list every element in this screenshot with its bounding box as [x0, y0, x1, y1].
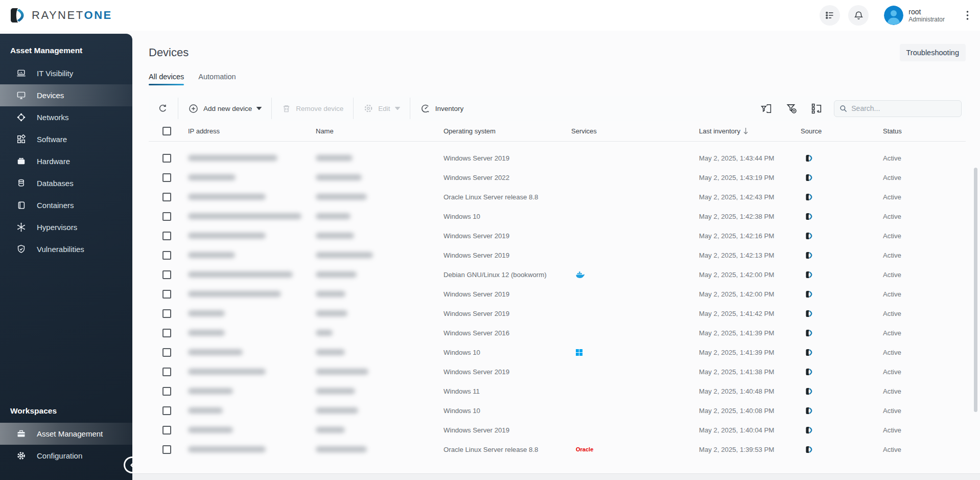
horizontal-scrollbar-track[interactable] — [132, 473, 980, 480]
add-new-device-button[interactable]: Add new device — [188, 103, 262, 114]
column-header-name[interactable]: Name — [316, 127, 444, 135]
row-checkbox[interactable] — [162, 251, 171, 260]
export-filtered-button[interactable] — [760, 103, 772, 115]
tab-all-devices[interactable]: All devices — [149, 73, 184, 85]
table-row[interactable]: Windows Server 2019 May 2, 2025, 1:42:16… — [149, 226, 966, 245]
table-row[interactable]: Debian GNU/Linux 12 (bookworm) May 2, 20… — [149, 265, 966, 284]
last-inventory-cell: May 2, 2025, 1:40:48 PM — [699, 387, 801, 395]
status-cell: Active — [878, 387, 966, 395]
row-checkbox[interactable] — [162, 154, 171, 163]
sidebar-item-networks[interactable]: Networks — [0, 106, 132, 128]
source-raynet-icon — [801, 426, 878, 435]
select-all-checkbox[interactable] — [162, 127, 171, 135]
redacted-ip-address — [188, 407, 223, 414]
row-checkbox[interactable] — [162, 406, 171, 415]
redacted-name — [316, 233, 354, 239]
table-row[interactable]: Windows Server 2019 May 2, 2025, 1:41:38… — [149, 362, 966, 381]
operating-system-cell: Windows Server 2019 — [444, 310, 571, 317]
redacted-ip-address — [188, 174, 236, 180]
inventory-button[interactable]: Inventory — [420, 103, 464, 114]
column-chooser-button[interactable] — [811, 103, 823, 115]
column-header-operating-system[interactable]: Operating system — [444, 127, 571, 135]
row-checkbox[interactable] — [162, 368, 171, 376]
row-checkbox[interactable] — [162, 270, 171, 279]
column-header-services[interactable]: Services — [571, 127, 699, 135]
redacted-name — [316, 213, 351, 219]
table-row[interactable]: Windows Server 2019 May 2, 2025, 1:42:13… — [149, 245, 966, 265]
table-row[interactable]: Windows 10 May 2, 2025, 1:41:39 PM Activ… — [149, 342, 966, 362]
table-row[interactable]: Windows Server 2019 May 2, 2025, 1:40:04… — [149, 420, 966, 440]
sidebar-item-software[interactable]: Software — [0, 128, 132, 150]
row-checkbox[interactable] — [162, 173, 171, 182]
column-header-ip-address[interactable]: IP address — [188, 127, 316, 135]
table-row[interactable]: Windows Server 2019 May 2, 2025, 1:42:00… — [149, 284, 966, 304]
last-inventory-cell: May 2, 2025, 1:42:00 PM — [699, 271, 801, 279]
operating-system-cell: Windows 10 — [444, 407, 571, 415]
table-row[interactable]: Windows 10 May 2, 2025, 1:40:08 PM Activ… — [149, 401, 966, 420]
table-row[interactable]: Windows Server 2019 May 2, 2025, 1:41:42… — [149, 304, 966, 323]
operating-system-cell: Windows Server 2019 — [444, 426, 571, 434]
row-checkbox[interactable] — [162, 290, 171, 299]
column-header-last-inventory[interactable]: Last inventory — [699, 127, 801, 135]
sidebar-item-databases[interactable]: Databases — [0, 172, 132, 194]
status-cell: Active — [878, 368, 966, 376]
clear-filter-button[interactable] — [785, 102, 798, 115]
sidebar-item-configuration[interactable]: Configuration — [0, 445, 132, 467]
last-inventory-cell: May 2, 2025, 1:41:39 PM — [699, 329, 801, 337]
row-checkbox[interactable] — [162, 193, 171, 201]
task-list-button[interactable] — [820, 5, 840, 26]
refresh-button[interactable] — [157, 103, 168, 114]
sort-desc-icon — [743, 128, 748, 134]
sidebar-item-hardware[interactable]: Hardware — [0, 150, 132, 172]
raynet-source-icon — [805, 270, 813, 279]
raynet-logo-mark — [9, 7, 27, 24]
table-row[interactable]: Windows Server 2022 May 2, 2025, 1:43:19… — [149, 168, 966, 187]
row-checkbox[interactable] — [162, 329, 171, 337]
column-header-status[interactable]: Status — [878, 127, 966, 135]
search-input[interactable] — [851, 104, 956, 112]
operating-system-cell: Oracle Linux Server release 8.8 — [444, 446, 571, 453]
sidebar-item-asset-management[interactable]: Asset Management — [0, 423, 132, 445]
table-row[interactable]: Oracle Linux Server release 8.8 Oracle M… — [149, 440, 966, 459]
user-menu[interactable]: root Administrator — [884, 6, 945, 25]
sidebar-item-hypervisors[interactable]: Hypervisors — [0, 216, 132, 238]
last-inventory-cell: May 2, 2025, 1:41:38 PM — [699, 368, 801, 376]
sidebar-item-vulnerabilities[interactable]: Vulnerabilities — [0, 238, 132, 260]
filter-document-icon — [760, 103, 772, 115]
notifications-button[interactable] — [848, 5, 869, 26]
row-checkbox[interactable] — [162, 309, 171, 318]
row-checkbox[interactable] — [162, 445, 171, 454]
table-row[interactable]: Windows 11 May 2, 2025, 1:40:48 PM Activ… — [149, 381, 966, 401]
source-raynet-icon — [801, 232, 878, 240]
overflow-menu-button[interactable] — [966, 10, 969, 20]
column-header-source[interactable]: Source — [801, 127, 878, 135]
row-checkbox[interactable] — [162, 387, 171, 396]
gear-icon — [16, 451, 26, 461]
vertical-scrollbar[interactable] — [974, 168, 977, 412]
troubleshooting-button[interactable]: Troubleshooting — [900, 44, 966, 61]
sidebar-item-devices[interactable]: Devices — [0, 84, 132, 106]
table-row[interactable]: Windows 10 May 2, 2025, 1:42:38 PM Activ… — [149, 207, 966, 226]
source-raynet-icon — [801, 173, 878, 182]
source-raynet-icon — [801, 251, 878, 260]
raynet-source-icon — [805, 329, 813, 337]
sidebar-item-containers[interactable]: Containers — [0, 194, 132, 216]
row-checkbox[interactable] — [162, 348, 171, 357]
table-row[interactable]: Windows Server 2019 May 2, 2025, 1:43:44… — [149, 148, 966, 168]
edit-button[interactable]: Edit — [363, 103, 400, 113]
main-content: Devices Troubleshooting All devices Auto… — [132, 31, 980, 480]
sidebar-item-label: Networks — [37, 113, 69, 122]
tab-automation[interactable]: Automation — [198, 73, 236, 85]
row-checkbox[interactable] — [162, 232, 171, 240]
redacted-ip-address — [188, 388, 233, 394]
toolbar-separator — [353, 98, 354, 119]
redacted-ip-address — [188, 155, 277, 161]
sidebar-item-it-visibility[interactable]: IT Visibility — [0, 62, 132, 84]
remove-device-button[interactable]: Remove device — [282, 104, 343, 113]
table-row[interactable]: Oracle Linux Server release 8.8 May 2, 2… — [149, 187, 966, 207]
table-row[interactable]: Windows Server 2016 May 2, 2025, 1:41:39… — [149, 323, 966, 342]
row-checkbox[interactable] — [162, 426, 171, 435]
last-inventory-cell: May 2, 2025, 1:41:39 PM — [699, 349, 801, 356]
raynet-source-icon — [805, 290, 813, 299]
row-checkbox[interactable] — [162, 212, 171, 221]
